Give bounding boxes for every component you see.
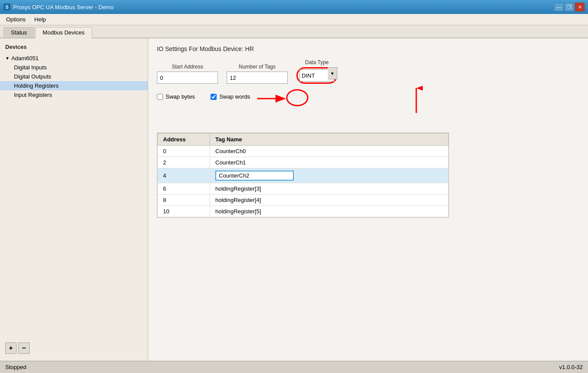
status-text: Stopped <box>5 364 26 370</box>
swap-words-group: Swap words <box>211 93 250 100</box>
menu-options[interactable]: Options <box>2 15 30 24</box>
cell-address: 6 <box>158 183 210 195</box>
remove-device-button[interactable]: − <box>18 342 30 354</box>
status-bar: Stopped v1.0.0-32 <box>0 361 588 373</box>
table-row[interactable]: 0 CounterCh0 <box>158 146 449 157</box>
cell-address: 0 <box>158 146 210 157</box>
swap-bytes-checkbox[interactable] <box>157 94 163 100</box>
app-icon: S <box>3 3 10 10</box>
cell-tag-name: CounterCh0 <box>210 146 449 157</box>
cell-address: 10 <box>158 206 210 217</box>
data-type-select[interactable]: BOOL INT DINT FLOAT DOUBLE STRING <box>299 69 334 82</box>
tab-modbus-devices[interactable]: Modbus Devices <box>35 27 92 38</box>
cell-tag-name: holdingRegister[4] <box>210 195 449 206</box>
cell-address: 4 <box>158 168 210 183</box>
swap-words-checkbox[interactable] <box>211 94 217 100</box>
number-of-tags-group: Number of Tags <box>227 64 288 84</box>
menu-help[interactable]: Help <box>30 15 51 24</box>
tree-arrow: ▼ <box>5 56 10 61</box>
checkboxes-row: Swap bytes Swap words <box>157 93 250 100</box>
table-row[interactable]: 2 CounterCh1 <box>158 157 449 168</box>
sidebar-item-holding-registers[interactable]: Holding Registers <box>0 81 148 90</box>
start-address-input[interactable] <box>157 72 218 84</box>
tree-root-adam6051[interactable]: ▼ Adam6051 <box>0 54 148 63</box>
swap-bytes-label[interactable]: Swap bytes <box>166 93 195 100</box>
swap-bytes-group: Swap bytes <box>157 93 195 100</box>
col-tag-name: Tag Name <box>210 133 449 146</box>
data-table: Address Tag Name 0 CounterCh0 2 CounterC… <box>157 133 449 218</box>
sidebar-content: ▼ Adam6051 Digital Inputs Digital Output… <box>0 54 148 339</box>
swap-words-circle-annotation <box>286 88 309 107</box>
start-address-group: Start Address <box>157 64 218 84</box>
up-arrow-annotation <box>410 85 423 115</box>
tab-bar: Status Modbus Devices <box>0 25 588 38</box>
sidebar-item-digital-outputs[interactable]: Digital Outputs <box>0 72 148 81</box>
add-device-button[interactable]: + <box>5 342 17 354</box>
title-bar-left: S Prosys OPC UA Modbus Server - Demo <box>3 3 113 10</box>
table-row-editing[interactable]: 4 <box>158 168 449 183</box>
settings-row: Start Address Number of Tags Data Type B… <box>157 59 579 84</box>
tree-root-label: Adam6051 <box>11 55 39 62</box>
main-layout: Devices ▼ Adam6051 Digital Inputs Digita… <box>0 38 588 361</box>
data-type-label: Data Type <box>296 59 337 65</box>
svg-point-2 <box>287 90 308 106</box>
close-button[interactable]: ✕ <box>575 3 585 11</box>
sidebar-header: Devices <box>0 42 148 54</box>
cell-tag-name: holdingRegister[5] <box>210 206 449 217</box>
restore-button[interactable]: ❐ <box>564 3 574 11</box>
menu-bar: Options Help <box>0 14 588 25</box>
cell-tag-name: holdingRegister[3] <box>210 183 449 195</box>
number-of-tags-input[interactable] <box>227 72 288 84</box>
table-scroll[interactable]: Address Tag Name 0 CounterCh0 2 CounterC… <box>157 133 449 217</box>
tag-name-edit-input[interactable] <box>215 171 294 181</box>
number-of-tags-label: Number of Tags <box>227 64 288 70</box>
table-row[interactable]: 8 holdingRegister[4] <box>158 195 449 206</box>
table-row[interactable]: 6 holdingRegister[3] <box>158 183 449 195</box>
sidebar-item-digital-inputs[interactable]: Digital Inputs <box>0 63 148 72</box>
start-address-label: Start Address <box>157 64 218 70</box>
annotation-area: Swap bytes Swap words <box>157 89 579 124</box>
cell-address: 2 <box>158 157 210 168</box>
data-type-highlight: BOOL INT DINT FLOAT DOUBLE STRING <box>296 67 337 84</box>
sidebar-footer: + − <box>0 339 148 357</box>
swap-words-label[interactable]: Swap words <box>219 93 250 100</box>
data-type-group: Data Type BOOL INT DINT FLOAT DOUBLE STR… <box>296 59 337 84</box>
title-bar-controls: — ❐ ✕ <box>554 3 585 11</box>
cell-tag-name: CounterCh1 <box>210 157 449 168</box>
content-title: IO Settings For Modbus Device: HR <box>157 45 579 52</box>
title-bar: S Prosys OPC UA Modbus Server - Demo — ❐… <box>0 0 588 14</box>
sidebar: Devices ▼ Adam6051 Digital Inputs Digita… <box>0 38 148 361</box>
content-area: IO Settings For Modbus Device: HR Start … <box>148 38 588 361</box>
col-address: Address <box>158 133 210 146</box>
table-row[interactable]: 10 holdingRegister[5] <box>158 206 449 217</box>
tab-status[interactable]: Status <box>3 27 34 38</box>
version-text: v1.0.0-32 <box>559 364 583 370</box>
cell-tag-name-editing <box>210 168 449 183</box>
minimize-button[interactable]: — <box>554 3 564 11</box>
window-title: Prosys OPC UA Modbus Server - Demo <box>13 4 113 10</box>
registers-table: Address Tag Name 0 CounterCh0 2 CounterC… <box>157 133 449 217</box>
data-type-container: BOOL INT DINT FLOAT DOUBLE STRING ▼ <box>296 67 337 84</box>
sidebar-item-input-registers[interactable]: Input Registers <box>0 90 148 99</box>
cell-address: 8 <box>158 195 210 206</box>
